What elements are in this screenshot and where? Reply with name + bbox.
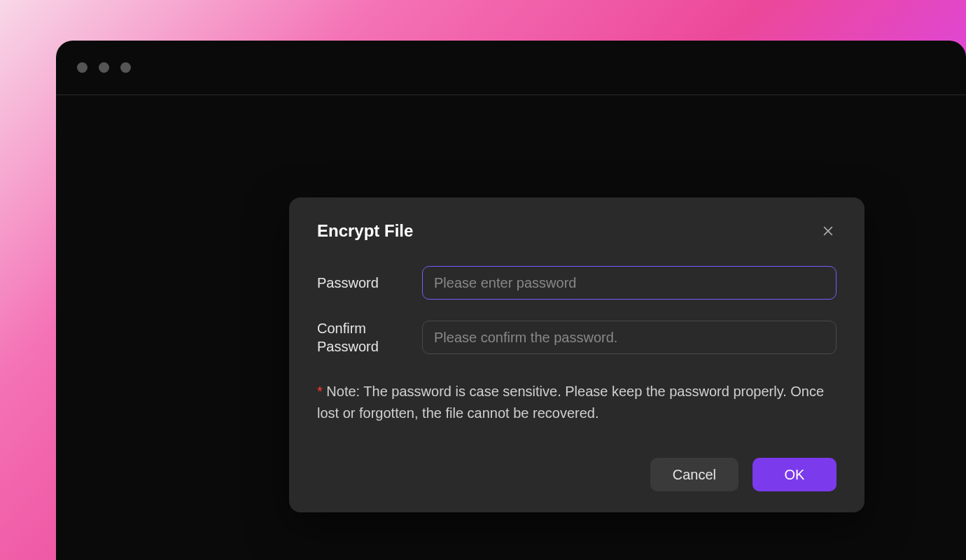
note-body: Note: The password is case sensitive. Pl… bbox=[317, 384, 824, 421]
password-row: Password bbox=[317, 266, 836, 300]
close-icon[interactable] bbox=[820, 223, 836, 239]
confirm-password-row: Confirm Password bbox=[317, 319, 836, 356]
maximize-window-button[interactable] bbox=[120, 62, 131, 73]
cancel-button[interactable]: Cancel bbox=[650, 458, 738, 491]
password-input[interactable] bbox=[422, 266, 836, 300]
password-label: Password bbox=[317, 274, 408, 292]
dialog-footer: Cancel OK bbox=[317, 458, 836, 491]
titlebar bbox=[56, 41, 966, 95]
dialog-header: Encrypt File bbox=[317, 221, 836, 241]
encrypt-file-dialog: Encrypt File Password Confirm Password *… bbox=[289, 197, 864, 512]
app-window: Encrypt File Password Confirm Password *… bbox=[56, 41, 966, 560]
ok-button[interactable]: OK bbox=[752, 458, 836, 491]
note-text: * Note: The password is case sensitive. … bbox=[317, 381, 836, 424]
traffic-lights bbox=[77, 62, 131, 73]
note-asterisk: * bbox=[317, 384, 323, 399]
dialog-title: Encrypt File bbox=[317, 221, 413, 241]
minimize-window-button[interactable] bbox=[99, 62, 109, 73]
confirm-password-input[interactable] bbox=[422, 321, 836, 354]
confirm-password-label: Confirm Password bbox=[317, 319, 408, 356]
close-window-button[interactable] bbox=[77, 62, 88, 73]
